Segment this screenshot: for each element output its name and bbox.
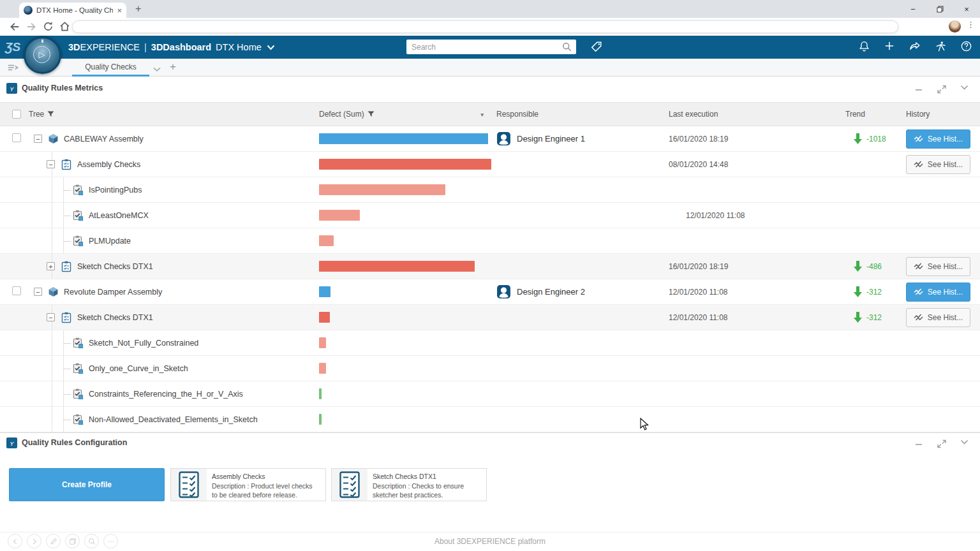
trend-value: -312 bbox=[866, 288, 882, 297]
widget-logo-icon: ʏ bbox=[6, 437, 17, 448]
table-row[interactable]: +Sketch Checks DTX1 16/01/2020 18:19 -48… bbox=[0, 254, 980, 279]
select-all-checkbox[interactable] bbox=[12, 110, 21, 119]
column-header-defect[interactable]: Defect (Sum) ▼ bbox=[316, 103, 491, 126]
tag-icon[interactable] bbox=[590, 40, 603, 55]
responsible-name: Design Engineer 2 bbox=[517, 287, 585, 297]
tree-label: AtLeastOneMCX bbox=[89, 211, 149, 220]
tree-guide-line bbox=[52, 203, 52, 228]
about-platform-link[interactable]: About 3DEXPERIENCE platform bbox=[0, 537, 980, 546]
defect-bar bbox=[319, 312, 330, 323]
card-description: sketcher best practices. bbox=[373, 490, 464, 500]
share-icon[interactable] bbox=[909, 40, 921, 52]
sort-descending-icon[interactable]: ▼ bbox=[480, 112, 485, 118]
see-history-button[interactable]: See Hist... bbox=[906, 308, 970, 327]
dashboard-name[interactable]: DTX Home bbox=[216, 42, 262, 52]
filter-icon[interactable] bbox=[368, 111, 375, 117]
avatar bbox=[496, 284, 511, 299]
row-checkbox[interactable] bbox=[12, 286, 21, 295]
widget-collapse-icon[interactable] bbox=[960, 85, 969, 94]
see-history-button[interactable]: See Hist... bbox=[906, 283, 970, 302]
profile-icon bbox=[61, 312, 72, 323]
defect-bar bbox=[319, 235, 334, 246]
see-history-button[interactable]: See Hist... bbox=[906, 155, 970, 174]
see-history-button[interactable]: See Hist... bbox=[906, 257, 970, 276]
table-row[interactable]: Sketch_Not_Fully_Constrained bbox=[0, 330, 980, 356]
profile-card[interactable]: Sketch Checks DTX1 Description : Checks … bbox=[331, 468, 487, 501]
add-dashboard-tab-button[interactable]: + bbox=[170, 61, 176, 73]
checklist-icon bbox=[332, 469, 368, 501]
address-bar[interactable] bbox=[72, 20, 898, 33]
widget-expand-icon[interactable] bbox=[937, 439, 946, 448]
trend-down-icon bbox=[854, 312, 862, 323]
search-input[interactable] bbox=[406, 40, 562, 54]
tree-expander-minus[interactable]: − bbox=[34, 288, 42, 296]
tree-expander-minus[interactable]: − bbox=[47, 160, 55, 168]
window-close-button[interactable]: × bbox=[953, 0, 980, 18]
history-chart-icon bbox=[914, 161, 923, 168]
tree-connector bbox=[63, 369, 71, 369]
browser-tab[interactable]: DTX Home - Quality Checks × bbox=[19, 3, 126, 18]
table-row[interactable]: AtLeastOneMCX 12/01/2020 11:08 bbox=[0, 203, 980, 228]
rule-icon bbox=[72, 363, 84, 374]
me-person-icon[interactable] bbox=[935, 40, 947, 52]
profile-card[interactable]: Assembly Checks Description : Product le… bbox=[170, 468, 326, 501]
brand-divider: | bbox=[144, 42, 147, 52]
defect-bar bbox=[319, 363, 326, 374]
column-header-last-execution[interactable]: Last execution bbox=[664, 103, 840, 126]
table-row[interactable]: −Sketch Checks DTX1 12/01/2020 11:08 -31… bbox=[0, 305, 980, 330]
browser-toolbar: ⋮ bbox=[0, 18, 980, 36]
window-restore-button[interactable] bbox=[926, 0, 953, 18]
breadcrumb: 3DEXPERIENCE | 3DDashboard DTX Home bbox=[68, 36, 275, 59]
search-icon[interactable] bbox=[562, 42, 572, 52]
reload-icon[interactable] bbox=[42, 20, 55, 33]
table-row[interactable]: Constraints_Referencing_the_H_or_V_Axis bbox=[0, 381, 980, 407]
widget-minimize-icon[interactable] bbox=[914, 439, 923, 448]
table-row[interactable]: −Revolute Damper Assembly Design Enginee… bbox=[0, 279, 980, 305]
history-chart-icon bbox=[914, 263, 923, 270]
filter-icon[interactable] bbox=[47, 111, 54, 117]
tree-guide-line bbox=[52, 228, 52, 253]
back-icon[interactable] bbox=[8, 20, 20, 33]
row-checkbox[interactable] bbox=[12, 133, 21, 142]
column-header-tree[interactable]: Tree bbox=[29, 103, 316, 126]
table-row[interactable]: −CABLEWAY Assembly Design Engineer 1 16/… bbox=[0, 126, 980, 152]
active-tab-underline bbox=[72, 75, 149, 77]
add-content-icon[interactable] bbox=[884, 40, 895, 52]
table-row[interactable]: Only_one_Curve_in_Sketch bbox=[0, 356, 980, 381]
notifications-bell-icon[interactable] bbox=[858, 40, 870, 52]
table-row[interactable]: PLMUpdate bbox=[0, 228, 980, 254]
home-icon[interactable] bbox=[59, 20, 71, 33]
new-tab-button[interactable]: + bbox=[135, 3, 141, 15]
forward-icon[interactable] bbox=[26, 20, 38, 33]
tree-expander-plus[interactable]: + bbox=[47, 262, 55, 270]
column-header-responsible[interactable]: Responsible bbox=[491, 103, 664, 126]
tab-close-icon[interactable]: × bbox=[117, 6, 122, 15]
last-execution-value: 12/01/2020 11:08 bbox=[686, 211, 745, 220]
widget-minimize-icon[interactable] bbox=[914, 85, 923, 94]
widget-collapse-icon[interactable] bbox=[960, 439, 969, 448]
last-execution-value: 12/01/2020 11:08 bbox=[669, 313, 728, 322]
column-header-history[interactable]: History bbox=[901, 103, 980, 126]
widget-expand-icon[interactable] bbox=[937, 85, 946, 94]
table-row[interactable]: IsPointingPubs bbox=[0, 177, 980, 203]
tree-guide-line bbox=[52, 177, 52, 202]
compass-icon[interactable]: ▷ bbox=[24, 36, 61, 74]
profile-icon bbox=[61, 159, 72, 170]
window-minimize-button[interactable]: − bbox=[900, 0, 926, 18]
sidebar-toggle-icon[interactable] bbox=[6, 62, 19, 76]
table-row[interactable]: −Assembly Checks 08/01/2020 14:48 See Hi… bbox=[0, 152, 980, 177]
create-profile-button[interactable]: Create Profile bbox=[9, 468, 165, 501]
favicon-icon bbox=[24, 6, 33, 15]
column-header-trend[interactable]: Trend bbox=[840, 103, 901, 126]
tab-chevron-down-icon[interactable] bbox=[153, 63, 161, 75]
browser-menu-icon[interactable]: ⋮ bbox=[967, 20, 975, 29]
tree-expander-minus[interactable]: − bbox=[47, 313, 55, 321]
table-row[interactable]: Non-Allowed_Deactivated_Elements_in_Sket… bbox=[0, 407, 980, 432]
tab-quality-checks[interactable]: Quality Checks bbox=[72, 59, 149, 77]
app-name: 3DDashboard bbox=[151, 42, 211, 52]
tree-expander-minus[interactable]: − bbox=[34, 135, 42, 143]
chevron-down-icon[interactable] bbox=[267, 45, 275, 50]
browser-profile-avatar[interactable] bbox=[949, 20, 961, 33]
help-icon[interactable] bbox=[960, 40, 972, 52]
see-history-button[interactable]: See Hist... bbox=[906, 129, 970, 149]
